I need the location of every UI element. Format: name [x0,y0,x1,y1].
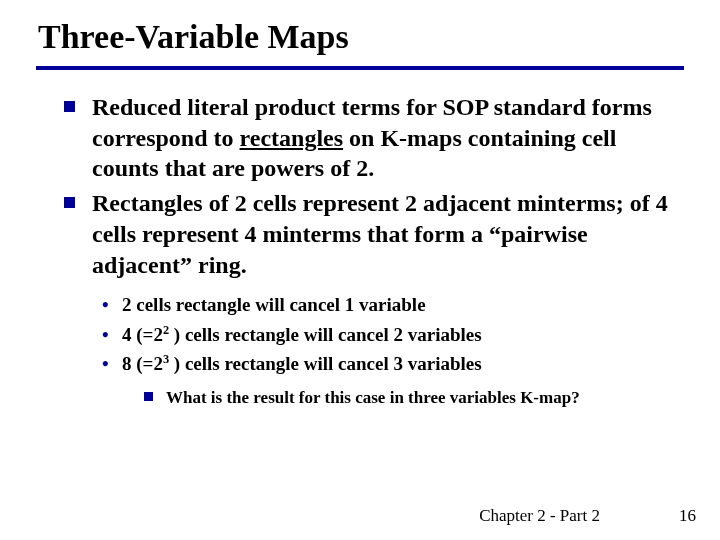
footer-chapter: Chapter 2 - Part 2 [479,506,600,526]
bullet-text: Rectangles of 2 cells represent 2 adjace… [92,190,668,277]
main-bullet: Reduced literal product terms for SOP st… [64,92,684,184]
sub-bullet-pre: 8 (=2 [122,353,163,374]
main-bullet: Rectangles of 2 cells represent 2 adjace… [64,188,684,280]
sub-bullet: 8 (=23 ) cells rectangle will cancel 3 v… [102,349,684,378]
title-rule [36,66,684,70]
bullet-text-underlined: rectangles [240,125,344,151]
sub-bullet-post: ) cells rectangle will cancel 3 variable… [169,353,482,374]
sub-bullet-text: 2 cells rectangle will cancel 1 variable [122,294,426,315]
main-bullet-list: Reduced literal product terms for SOP st… [36,92,684,280]
sub-bullet-post: ) cells rectangle will cancel 2 variable… [169,324,482,345]
sub-bullet: 4 (=22 ) cells rectangle will cancel 2 v… [102,320,684,349]
sub-bullet: 2 cells rectangle will cancel 1 variable [102,290,684,319]
sub-bullet-pre: 4 (=2 [122,324,163,345]
footer-page-number: 16 [679,506,696,526]
slide-title: Three-Variable Maps [36,18,684,56]
sub2-bullet-text: What is the result for this case in thre… [166,388,580,407]
sub2-bullet: What is the result for this case in thre… [144,387,684,410]
slide-body: Three-Variable Maps Reduced literal prod… [0,0,720,410]
sub-bullet-list: 2 cells rectangle will cancel 1 variable… [36,290,684,378]
sub2-bullet-list: What is the result for this case in thre… [36,387,684,410]
